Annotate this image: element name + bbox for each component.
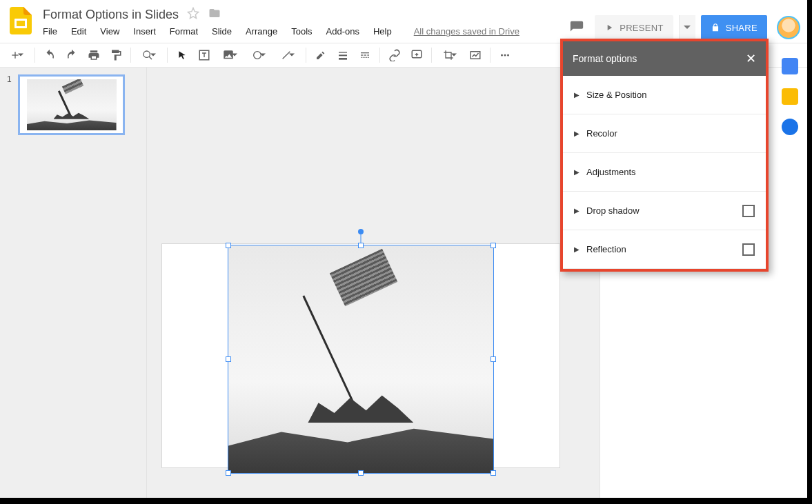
- drop-shadow-checkbox[interactable]: [742, 205, 755, 217]
- svg-rect-15: [366, 57, 367, 58]
- menu-help[interactable]: Help: [373, 26, 392, 37]
- close-icon[interactable]: ✕: [746, 51, 756, 66]
- format-option-reflection[interactable]: ▶Reflection: [563, 230, 766, 269]
- chevron-right-icon: ▶: [574, 168, 580, 176]
- slides-logo[interactable]: [6, 6, 36, 36]
- svg-rect-8: [361, 52, 369, 53]
- share-label: SHARE: [726, 23, 757, 33]
- undo-button[interactable]: [39, 46, 60, 65]
- separator: [306, 48, 306, 63]
- format-option-label: Adjustments: [586, 167, 636, 177]
- svg-rect-7: [339, 58, 347, 60]
- link-button[interactable]: [384, 46, 405, 65]
- svg-rect-13: [363, 57, 364, 58]
- menu-slide[interactable]: Slide: [212, 26, 232, 37]
- resize-handle-tl[interactable]: [226, 243, 231, 248]
- redo-button[interactable]: [61, 46, 82, 65]
- share-button[interactable]: SHARE: [701, 15, 767, 40]
- more-button[interactable]: [495, 46, 515, 65]
- save-status[interactable]: All changes saved in Drive: [414, 26, 519, 37]
- svg-rect-14: [364, 57, 365, 58]
- border-dash-button[interactable]: [355, 46, 375, 65]
- separator: [379, 48, 380, 63]
- reset-image-button[interactable]: [465, 46, 486, 65]
- format-options-panel: Format options ✕ ▶Size & Position ▶Recol…: [560, 39, 769, 272]
- present-dropdown[interactable]: [679, 15, 695, 40]
- select-tool[interactable]: [172, 46, 192, 65]
- chevron-right-icon: ▶: [574, 245, 580, 253]
- reflection-checkbox[interactable]: [742, 243, 755, 256]
- format-option-drop-shadow[interactable]: ▶Drop shadow: [563, 192, 766, 230]
- selection-outline: [228, 245, 493, 473]
- header: Format Options in Slides File Edit View …: [0, 0, 807, 43]
- format-option-label: Drop shadow: [586, 205, 640, 216]
- separator: [431, 48, 432, 63]
- separator: [167, 48, 168, 63]
- menu-file[interactable]: File: [43, 26, 57, 37]
- rotation-handle[interactable]: [358, 229, 364, 234]
- svg-rect-16: [368, 57, 369, 58]
- menu-tools[interactable]: Tools: [291, 26, 312, 37]
- filmstrip: 1: [0, 68, 147, 498]
- separator: [34, 48, 35, 63]
- menu-arrange[interactable]: Arrange: [246, 26, 277, 37]
- svg-rect-6: [339, 54, 347, 56]
- calendar-icon[interactable]: [782, 58, 798, 74]
- canvas[interactable]: [147, 68, 600, 498]
- slide-number: 1: [7, 74, 14, 84]
- svg-rect-5: [339, 52, 347, 52]
- comment-button[interactable]: [406, 46, 427, 65]
- folder-icon[interactable]: [208, 7, 221, 22]
- svg-point-21: [507, 54, 509, 57]
- format-option-size-position[interactable]: ▶Size & Position: [563, 76, 766, 114]
- comments-icon[interactable]: [564, 15, 589, 40]
- menu-edit[interactable]: Edit: [71, 26, 86, 37]
- slide-thumbnail-1[interactable]: [18, 74, 125, 135]
- present-button[interactable]: PRESENT: [595, 15, 673, 40]
- separator: [490, 48, 491, 63]
- svg-rect-1: [17, 21, 25, 26]
- resize-handle-ml[interactable]: [226, 356, 231, 362]
- star-icon[interactable]: [187, 7, 199, 22]
- resize-handle-bl[interactable]: [226, 470, 231, 476]
- svg-rect-11: [367, 54, 369, 55]
- keep-icon[interactable]: [782, 88, 798, 105]
- svg-rect-12: [361, 57, 362, 58]
- present-label: PRESENT: [620, 23, 664, 33]
- resize-handle-br[interactable]: [491, 470, 496, 476]
- format-option-label: Size & Position: [586, 90, 646, 100]
- crop-button[interactable]: [436, 46, 464, 65]
- side-rail: [773, 43, 807, 135]
- image-tool[interactable]: [216, 46, 244, 65]
- border-color-button[interactable]: [310, 46, 331, 65]
- format-option-adjustments[interactable]: ▶Adjustments: [563, 153, 766, 192]
- resize-handle-mr[interactable]: [491, 356, 496, 362]
- new-slide-button[interactable]: [3, 46, 30, 65]
- shape-tool[interactable]: [245, 46, 273, 65]
- format-option-recolor[interactable]: ▶Recolor: [563, 114, 766, 153]
- menu-addons[interactable]: Add-ons: [326, 26, 359, 37]
- user-avatar[interactable]: [777, 16, 800, 39]
- separator: [130, 48, 131, 63]
- resize-handle-mt[interactable]: [358, 243, 364, 248]
- border-weight-button[interactable]: [333, 46, 353, 65]
- textbox-tool[interactable]: [194, 46, 215, 65]
- svg-point-20: [504, 54, 506, 57]
- resize-handle-tr[interactable]: [491, 243, 496, 248]
- svg-point-2: [143, 51, 150, 57]
- menu-insert[interactable]: Insert: [133, 26, 156, 37]
- format-option-label: Recolor: [586, 128, 617, 139]
- menu-view[interactable]: View: [100, 26, 119, 37]
- document-title[interactable]: Format Options in Slides: [43, 8, 179, 22]
- line-tool[interactable]: [274, 46, 301, 65]
- paint-format-button[interactable]: [106, 46, 126, 65]
- resize-handle-mb[interactable]: [358, 470, 364, 476]
- print-button[interactable]: [83, 46, 104, 65]
- format-option-label: Reflection: [586, 244, 626, 254]
- chevron-right-icon: ▶: [574, 207, 580, 214]
- svg-point-19: [501, 54, 503, 57]
- menu-format[interactable]: Format: [170, 26, 198, 37]
- zoom-button[interactable]: [135, 46, 163, 65]
- format-options-header: Format options ✕: [563, 41, 766, 76]
- tasks-icon[interactable]: [782, 119, 798, 135]
